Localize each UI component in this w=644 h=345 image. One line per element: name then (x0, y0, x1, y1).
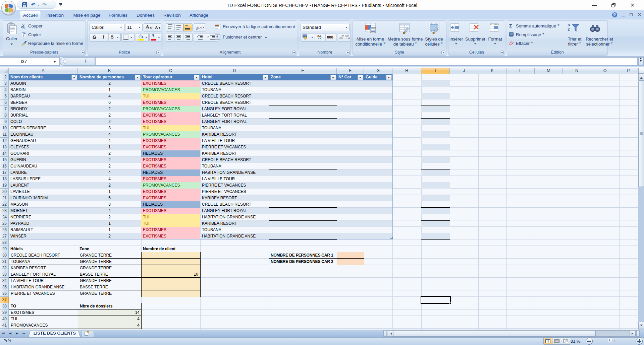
svg-text:ab: ab (195, 25, 200, 31)
